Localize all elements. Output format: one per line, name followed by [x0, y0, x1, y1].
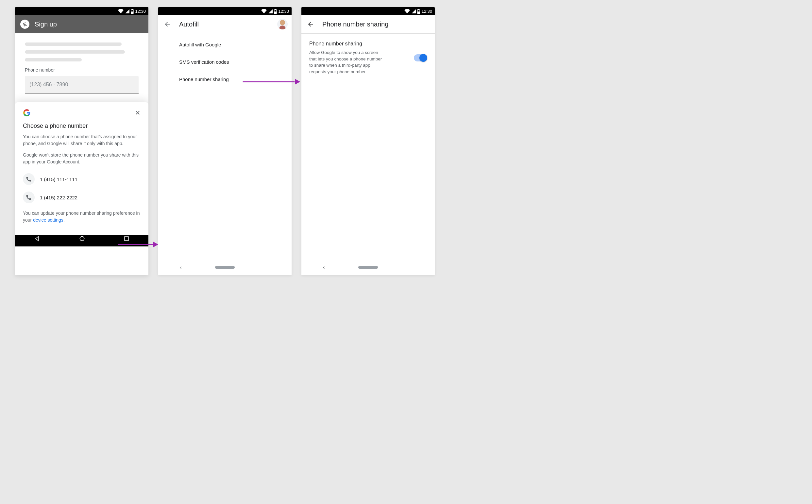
settings-item-sms-codes[interactable]: SMS verification codes: [158, 53, 292, 71]
svg-rect-4: [418, 10, 420, 11]
phone-option[interactable]: 1 (415) 111-1111: [23, 170, 141, 188]
phone-icon: [23, 192, 35, 203]
svg-point-1: [80, 236, 84, 241]
cell-signal-icon: [125, 9, 129, 13]
profile-avatar[interactable]: [277, 19, 288, 29]
wifi-icon: [261, 9, 267, 13]
preference-description: Allow Google to show you a screen that l…: [309, 49, 384, 75]
battery-icon: [417, 9, 420, 14]
phone-input[interactable]: (123) 456 - 7890: [25, 76, 139, 94]
placeholder-line: [25, 50, 125, 54]
status-bar: 12:30: [15, 7, 148, 15]
gesture-pill[interactable]: [358, 266, 378, 269]
phone-screen-phone-sharing: 12:30 Phone number sharing Phone number …: [301, 7, 435, 275]
svg-rect-2: [125, 237, 128, 241]
settings-item-autofill-google[interactable]: Autofill with Google: [158, 36, 292, 53]
wifi-icon: [404, 9, 410, 13]
battery-icon: [274, 9, 277, 14]
app-logo-icon: E: [19, 19, 30, 30]
page-title: Autofill: [179, 21, 199, 28]
nav-back-icon[interactable]: [34, 235, 41, 242]
sheet-body-2: Google won’t store the phone number you …: [23, 152, 141, 165]
status-bar: 12:30: [158, 7, 292, 15]
nav-back-chevron-icon[interactable]: ‹: [323, 264, 325, 270]
sheet-body-1: You can choose a phone number that’s ass…: [23, 133, 141, 147]
phone-field-label: Phone number: [25, 67, 139, 73]
settings-item-phone-sharing[interactable]: Phone number sharing: [158, 71, 292, 88]
back-button[interactable]: [307, 20, 314, 28]
svg-rect-3: [275, 10, 277, 11]
cell-signal-icon: [411, 9, 416, 13]
phone-hint-bottom-sheet: Choose a phone number You can choose a p…: [15, 102, 148, 235]
google-logo-icon: [23, 109, 31, 117]
phone-option-number: 1 (415) 222-2222: [40, 195, 77, 200]
placeholder-line: [25, 58, 82, 61]
phone-screen-signup: 12:30 E Sign up Phone number (123) 456 -…: [15, 7, 148, 275]
back-button[interactable]: [163, 20, 171, 28]
placeholder-line: [25, 42, 122, 46]
phone-option-number: 1 (415) 111-1111: [40, 176, 77, 182]
sheet-title: Choose a phone number: [23, 123, 141, 129]
gesture-nav-bar: ‹: [301, 260, 435, 275]
device-settings-link[interactable]: device settings: [33, 217, 63, 223]
status-time: 12:30: [421, 9, 432, 14]
app-bar: Phone number sharing: [301, 15, 435, 33]
app-bar: E Sign up: [15, 15, 148, 33]
signup-form: Phone number (123) 456 - 7890: [15, 33, 148, 98]
app-bar: Autofill: [158, 15, 292, 33]
svg-rect-0: [131, 10, 133, 11]
gesture-nav-bar: ‹: [158, 260, 292, 275]
status-bar: 12:30: [301, 7, 435, 15]
autofill-settings-list: Autofill with Google SMS verification co…: [158, 33, 292, 88]
phone-sharing-toggle[interactable]: [414, 54, 427, 61]
arrow-back-icon: [307, 21, 314, 28]
phone-option[interactable]: 1 (415) 222-2222: [23, 188, 141, 207]
sheet-footer-text: .: [63, 217, 65, 223]
nav-recents-icon[interactable]: [124, 236, 129, 242]
status-time: 12:30: [278, 9, 289, 14]
close-icon[interactable]: [135, 110, 141, 116]
arrow-back-icon: [164, 21, 171, 28]
cell-signal-icon: [268, 9, 273, 13]
app-title: Sign up: [35, 21, 57, 28]
phone-screen-autofill: 12:30 Autofill Autofill with Google SMS …: [158, 7, 292, 275]
preference-title: Phone number sharing: [309, 41, 408, 47]
sheet-footer: You can update your phone number sharing…: [23, 210, 141, 224]
page-title: Phone number sharing: [322, 21, 388, 28]
nav-back-chevron-icon[interactable]: ‹: [180, 264, 181, 270]
phone-sharing-preference[interactable]: Phone number sharing Allow Google to sho…: [301, 34, 435, 82]
battery-icon: [131, 9, 134, 14]
wifi-icon: [118, 9, 124, 13]
phone-icon: [23, 173, 35, 185]
nav-home-icon[interactable]: [79, 235, 85, 242]
gesture-pill[interactable]: [215, 266, 235, 269]
status-time: 12:30: [135, 9, 146, 14]
